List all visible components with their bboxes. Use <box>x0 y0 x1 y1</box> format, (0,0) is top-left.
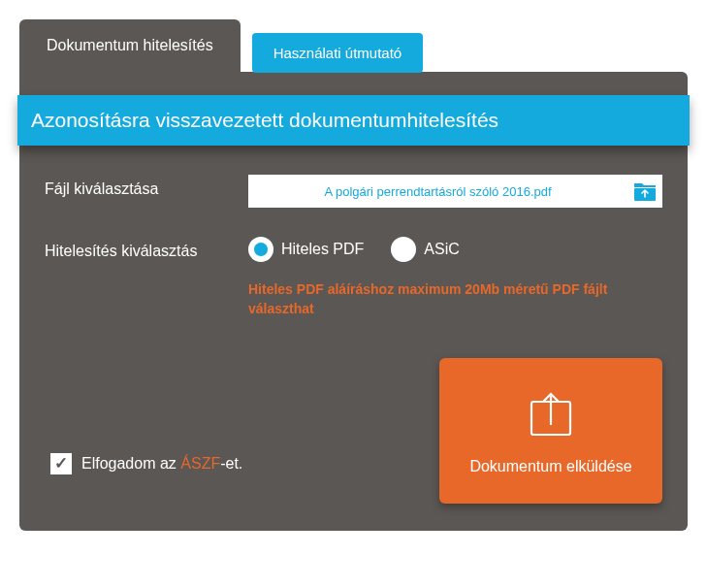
radio-label-pdf: Hiteles PDF <box>281 241 364 258</box>
upload-icon <box>627 175 662 208</box>
main-panel: Azonosításra visszavezetett dokumentumhi… <box>19 72 688 531</box>
auth-label: Hitelesítés kiválasztás <box>45 237 248 260</box>
auth-row: Hitelesítés kiválasztás Hiteles PDF ASiC… <box>45 237 662 319</box>
file-label: Fájl kiválasztása <box>45 175 248 198</box>
radio-group: Hiteles PDF ASiC <box>248 237 662 262</box>
radio-selected-icon <box>248 237 273 262</box>
warning-text: Hiteles PDF aláíráshoz maximum 20Mb mére… <box>248 279 662 319</box>
radio-hiteles-pdf[interactable]: Hiteles PDF <box>248 237 364 262</box>
terms-link[interactable]: ÁSZF <box>180 455 220 472</box>
terms-text: Elfogadom az ÁSZF-et. <box>81 455 242 473</box>
terms-prefix: Elfogadom az <box>81 455 180 472</box>
bottom-row: ✓ Elfogadom az ÁSZF-et. Dokumentum elkül… <box>45 358 662 504</box>
tab-authenticate[interactable]: Dokumentum hitelesítés <box>19 19 241 76</box>
upload-box-icon <box>524 386 578 441</box>
radio-asic[interactable]: ASiC <box>391 237 459 262</box>
terms-suffix: -et. <box>220 455 242 472</box>
submit-label: Dokumentum elküldése <box>469 458 631 475</box>
terms-checkbox[interactable]: ✓ <box>50 453 72 474</box>
tab-guide[interactable]: Használati útmutató <box>252 33 424 73</box>
submit-button[interactable]: Dokumentum elküldése <box>439 358 662 504</box>
file-name: A polgári perrendtartásról szóló 2016.pd… <box>248 184 627 199</box>
tabs: Dokumentum hitelesítés Használati útmuta… <box>19 19 688 76</box>
file-select-box[interactable]: A polgári perrendtartásról szóló 2016.pd… <box>248 175 662 208</box>
page-title: Azonosításra visszavezetett dokumentumhi… <box>17 95 690 146</box>
check-icon: ✓ <box>54 453 68 474</box>
file-row: Fájl kiválasztása A polgári perrendtartá… <box>45 175 662 208</box>
radio-label-asic: ASiC <box>424 241 459 258</box>
terms-row: ✓ Elfogadom az ÁSZF-et. <box>45 453 242 504</box>
radio-unselected-icon <box>391 237 416 262</box>
